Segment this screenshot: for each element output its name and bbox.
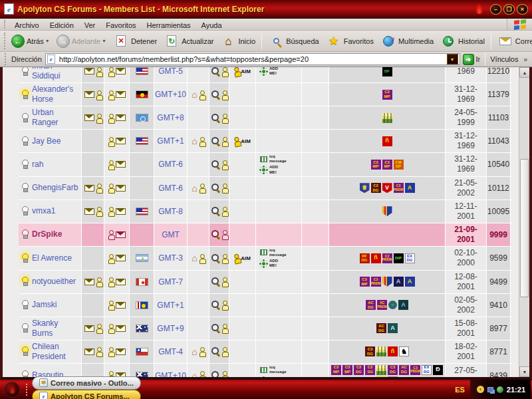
find-posts-icon[interactable] bbox=[211, 184, 227, 192]
profile-message-icon[interactable] bbox=[108, 137, 126, 146]
icq-add-icon[interactable]: ADDME! bbox=[260, 165, 278, 174]
menu-item-herramientas[interactable]: Herramientas bbox=[142, 20, 196, 31]
icq-message-icon[interactable]: icqmessage bbox=[260, 365, 287, 374]
find-posts-icon[interactable] bbox=[211, 137, 227, 146]
profile-message-icon[interactable] bbox=[108, 324, 126, 332]
icq-message-icon[interactable]: icqmessage bbox=[260, 248, 287, 257]
taskbar-task-button[interactable]: eApolyton CS Forums... bbox=[32, 390, 141, 399]
toolbar-grip[interactable] bbox=[5, 53, 7, 65]
member-name-link[interactable]: Alexander's Horse bbox=[32, 84, 80, 104]
historial-button[interactable]: Historial bbox=[438, 33, 487, 50]
member-name-link[interactable]: El Awrence bbox=[32, 253, 72, 263]
profile-message-icon[interactable] bbox=[108, 347, 126, 356]
profile-message-icon[interactable] bbox=[108, 67, 126, 76]
inicio-button[interactable]: ⌂Inicio bbox=[217, 33, 258, 50]
profile-message-icon[interactable] bbox=[108, 114, 126, 122]
find-posts-icon[interactable] bbox=[211, 230, 227, 239]
find-posts-icon[interactable] bbox=[211, 67, 227, 76]
homepage-icon[interactable]: ⌂ bbox=[192, 90, 204, 99]
member-name-link[interactable]: Jamski bbox=[32, 300, 57, 310]
menu-item-archivo[interactable]: Archivo bbox=[9, 20, 45, 31]
atrás-button[interactable]: ←Atrás▼ bbox=[9, 33, 53, 49]
icq-add-icon[interactable]: ADDME! bbox=[260, 259, 278, 268]
find-posts-icon[interactable] bbox=[211, 90, 227, 99]
toolbar-grip[interactable] bbox=[4, 33, 5, 49]
aim-icon[interactable]: AIM bbox=[234, 67, 251, 76]
links-chevron-icon[interactable]: » bbox=[523, 56, 527, 63]
send-email-icon[interactable] bbox=[84, 347, 102, 356]
aim-icon[interactable]: AIM bbox=[234, 137, 251, 146]
scroll-down-arrow[interactable]: ▼ bbox=[519, 366, 530, 377]
profile-message-icon[interactable] bbox=[108, 184, 126, 192]
scrollbar-thumb[interactable] bbox=[520, 159, 529, 297]
member-name-link[interactable]: GhengisFarb bbox=[32, 183, 78, 193]
find-posts-icon[interactable] bbox=[211, 160, 227, 169]
homepage-icon[interactable]: ⌂ bbox=[192, 253, 204, 263]
correo-button[interactable]: Correo▼ bbox=[495, 33, 532, 50]
send-email-icon[interactable] bbox=[84, 90, 102, 99]
member-name-link[interactable]: DrSpike bbox=[32, 229, 62, 239]
send-email-icon[interactable] bbox=[84, 67, 102, 76]
menu-item-ayuda[interactable]: Ayuda bbox=[196, 20, 227, 31]
profile-message-icon[interactable] bbox=[108, 230, 126, 239]
member-name-link[interactable]: notyoueither bbox=[32, 277, 76, 287]
icq-message-icon[interactable]: icqmessage bbox=[260, 154, 287, 164]
find-posts-icon[interactable] bbox=[211, 277, 227, 286]
close-button[interactable]: × bbox=[517, 4, 528, 15]
dropdown-arrow-icon[interactable]: ▼ bbox=[102, 39, 106, 43]
tray-chevron-icon[interactable]: ‹ bbox=[477, 386, 484, 393]
homepage-icon[interactable]: ⌂ bbox=[192, 371, 204, 380]
address-dropdown-button[interactable]: ▼ bbox=[447, 54, 458, 65]
profile-message-icon[interactable] bbox=[108, 160, 126, 169]
member-name-link[interactable]: Jay Bee bbox=[32, 136, 61, 146]
restore-button[interactable]: ❐ bbox=[503, 4, 515, 15]
menu-item-ver[interactable]: Ver bbox=[79, 20, 101, 31]
dropdown-arrow-icon[interactable]: ▼ bbox=[45, 39, 50, 43]
send-email-icon[interactable] bbox=[84, 207, 102, 215]
start-button[interactable] bbox=[4, 382, 20, 398]
profile-message-icon[interactable] bbox=[108, 301, 126, 309]
menu-item-edición[interactable]: Edición bbox=[45, 20, 79, 31]
find-posts-icon[interactable] bbox=[211, 324, 227, 332]
profile-message-icon[interactable] bbox=[108, 90, 126, 99]
find-posts-icon[interactable] bbox=[211, 207, 227, 215]
profile-message-icon[interactable] bbox=[108, 254, 126, 263]
minimize-button[interactable]: – bbox=[490, 4, 501, 15]
address-input[interactable] bbox=[58, 55, 447, 64]
find-posts-icon[interactable] bbox=[211, 254, 227, 263]
member-name-link[interactable]: rah bbox=[32, 160, 43, 170]
profile-message-icon[interactable] bbox=[108, 277, 126, 286]
language-indicator[interactable]: ES bbox=[450, 386, 470, 394]
detener-button[interactable]: ✕Detener bbox=[110, 33, 160, 50]
multimedia-button[interactable]: ♪Multimedia bbox=[378, 33, 436, 50]
menu-item-favoritos[interactable]: Favoritos bbox=[100, 20, 141, 31]
send-email-icon[interactable] bbox=[84, 277, 102, 286]
find-posts-icon[interactable] bbox=[211, 371, 227, 380]
aim-icon[interactable]: AIM bbox=[234, 254, 251, 263]
send-email-icon[interactable] bbox=[84, 184, 102, 192]
member-name-link[interactable]: Urban Ranger bbox=[32, 108, 80, 128]
member-name-link[interactable]: Imran Siddiqui bbox=[32, 67, 80, 81]
búsqueda-button[interactable]: Búsqueda bbox=[265, 33, 322, 50]
send-email-icon[interactable] bbox=[84, 324, 102, 332]
taskbar-grip[interactable] bbox=[26, 384, 29, 396]
antivirus-tray-icon[interactable] bbox=[497, 386, 503, 393]
find-posts-icon[interactable] bbox=[211, 347, 227, 356]
taskbar-task-button[interactable]: ✉Correo masivo - Outlo... bbox=[32, 376, 141, 390]
member-name-link[interactable]: Chilean President bbox=[32, 342, 80, 362]
homepage-icon[interactable]: ⌂ bbox=[192, 136, 204, 146]
homepage-icon[interactable]: ⌂ bbox=[192, 184, 204, 193]
scroll-up-arrow[interactable]: ▲ bbox=[519, 67, 530, 78]
homepage-icon[interactable]: ⌂ bbox=[192, 347, 204, 356]
go-button[interactable]: ➜ Ir bbox=[463, 54, 481, 65]
favoritos-button[interactable]: ★Favoritos bbox=[323, 33, 376, 50]
find-posts-icon[interactable] bbox=[211, 301, 227, 309]
vertical-scrollbar[interactable]: ▲ ▼ bbox=[519, 67, 529, 377]
find-posts-icon[interactable] bbox=[211, 114, 227, 122]
network-tray-icon[interactable] bbox=[487, 387, 493, 392]
actualizar-button[interactable]: ↻Actualizar bbox=[161, 33, 216, 50]
member-name-link[interactable]: vmxa1 bbox=[32, 206, 55, 216]
member-name-link[interactable]: Skanky Burns bbox=[32, 319, 80, 338]
links-label[interactable]: Vínculos bbox=[490, 55, 518, 63]
send-email-icon[interactable] bbox=[84, 114, 102, 122]
